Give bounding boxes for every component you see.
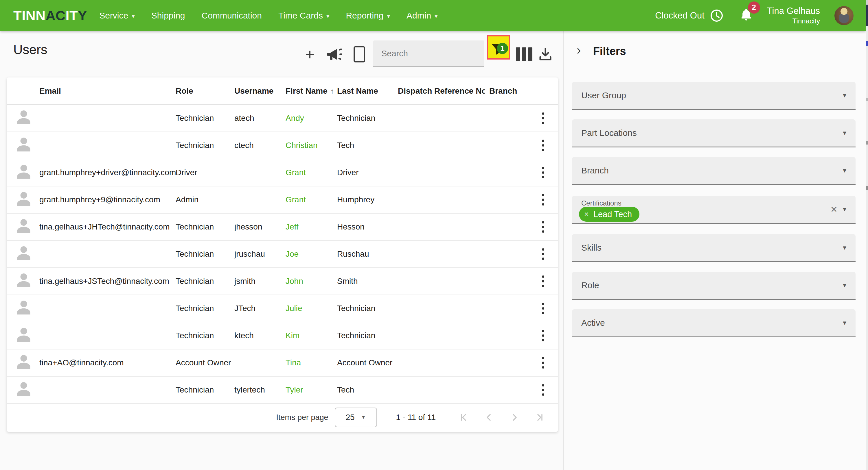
user-avatar-icon: [14, 108, 33, 127]
export-download-button[interactable]: [537, 46, 554, 63]
megaphone-icon: [326, 47, 343, 62]
select-mode-button[interactable]: [353, 46, 365, 62]
cell-first-name-link[interactable]: Christian: [286, 141, 337, 150]
cell-first-name-link[interactable]: Tina: [286, 358, 337, 367]
menu-item-reporting[interactable]: Reporting▾: [346, 11, 390, 21]
cell-first-name-link[interactable]: Andy: [286, 113, 337, 123]
previous-page-button[interactable]: [484, 412, 494, 423]
page-size-select[interactable]: 25 ▼: [335, 408, 377, 427]
cell-last-name: Tech: [337, 385, 398, 395]
clear-filter-icon[interactable]: ✕: [830, 196, 838, 223]
cell-first-name-link[interactable]: Grant: [286, 168, 337, 177]
cell-first-name-link[interactable]: Julie: [286, 304, 337, 313]
cell-email: tina+AO@tinnacity.com: [39, 358, 176, 367]
row-menu-button[interactable]: [538, 327, 548, 344]
column-header-role[interactable]: Role: [176, 87, 235, 96]
menu-item-admin[interactable]: Admin▾: [406, 11, 438, 21]
first-page-button[interactable]: [458, 412, 469, 423]
filter-field-skills[interactable]: Skills ▼: [572, 234, 856, 262]
cell-first-name-link[interactable]: Jeff: [286, 222, 337, 232]
filter-button-highlighted[interactable]: 1: [487, 35, 510, 60]
menu-item-service[interactable]: Service▾: [99, 11, 135, 21]
clock-status-button[interactable]: Clocked Out: [655, 9, 724, 23]
row-menu-button[interactable]: [538, 354, 548, 371]
filter-field-certifications[interactable]: Certifications × Lead Tech ✕ ▼: [572, 196, 856, 224]
filter-field-role[interactable]: Role ▼: [572, 272, 856, 300]
collapse-panel-chevron-icon[interactable]: ›: [577, 44, 581, 56]
filter-field-active[interactable]: Active ▼: [572, 309, 856, 337]
column-header-dispatch[interactable]: Dispatch Reference No: [398, 87, 485, 96]
table-row: tina.gelhaus+JHTech@tinnacity.com Techni…: [7, 213, 558, 241]
user-avatar[interactable]: [834, 6, 854, 25]
cell-last-name: Ruschau: [337, 249, 398, 259]
caret-down-icon: ▾: [327, 13, 330, 20]
current-user-info[interactable]: Tina Gelhaus Tinnacity: [767, 5, 820, 26]
last-page-button[interactable]: [535, 412, 545, 423]
select-arrow-icon: ▼: [842, 196, 847, 223]
user-avatar-icon: [14, 163, 33, 181]
select-arrow-icon: ▼: [842, 82, 847, 109]
cell-username: tylertech: [235, 385, 286, 395]
filter-field-branch[interactable]: Branch ▼: [572, 157, 856, 185]
cell-email: grant.humphrey+driver@tinnacity.com: [39, 168, 176, 177]
row-menu-button[interactable]: [538, 191, 548, 208]
cell-last-name: Smith: [337, 277, 398, 286]
menu-item-shipping[interactable]: Shipping: [151, 11, 185, 21]
add-user-button[interactable]: +: [302, 46, 318, 62]
user-company: Tinnacity: [767, 17, 820, 26]
table-row: Technician jruschau Joe Ruschau: [7, 241, 558, 268]
next-page-button[interactable]: [509, 412, 520, 423]
select-arrow-icon: ▼: [842, 309, 847, 336]
row-menu-button[interactable]: [538, 245, 548, 263]
filter-field-user-group[interactable]: User Group ▼: [572, 82, 856, 110]
cell-role: Admin: [176, 195, 235, 204]
announcement-button[interactable]: [326, 47, 343, 62]
cell-role: Technician: [176, 277, 235, 286]
user-avatar-icon: [14, 326, 33, 344]
cell-role: Technician: [176, 385, 235, 395]
row-menu-button[interactable]: [538, 381, 548, 399]
cell-last-name: Account Owner: [337, 358, 398, 367]
cell-role: Account Owner: [176, 358, 235, 367]
tinnacity-logo[interactable]: TINNACITY: [13, 7, 87, 24]
cell-role: Driver: [176, 168, 235, 177]
search-field: [373, 40, 484, 67]
user-avatar-icon: [14, 190, 33, 208]
cell-first-name-link[interactable]: Kim: [286, 331, 337, 340]
cell-role: Technician: [176, 141, 235, 150]
column-settings-button[interactable]: [515, 47, 533, 62]
menu-item-communication[interactable]: Communication: [202, 11, 262, 21]
certification-chip[interactable]: × Lead Tech: [579, 207, 640, 222]
cell-first-name-link[interactable]: Tyler: [286, 385, 337, 395]
table-row: grant.humphrey+driver@tinnacity.com Driv…: [7, 159, 558, 187]
user-avatar-icon: [14, 135, 33, 154]
chip-remove-icon[interactable]: ×: [584, 210, 589, 219]
cell-first-name-link[interactable]: Grant: [286, 195, 337, 204]
row-menu-button[interactable]: [538, 109, 548, 127]
notifications-button[interactable]: 2: [740, 8, 752, 24]
table-row: Technician tylertech Tyler Tech: [7, 377, 558, 404]
column-header-first-name[interactable]: First Name↑: [286, 87, 337, 96]
top-navbar: TINNACITY Service▾ Shipping Communicatio…: [0, 0, 866, 31]
pagination-range-label: 1 - 11 of 11: [396, 413, 436, 422]
column-header-last-name[interactable]: Last Name: [337, 87, 398, 96]
row-menu-button[interactable]: [538, 137, 548, 154]
user-avatar-icon: [14, 217, 33, 235]
filter-field-part-locations[interactable]: Part Locations ▼: [572, 120, 856, 147]
search-input[interactable]: [373, 40, 484, 66]
row-menu-button[interactable]: [538, 218, 548, 236]
cell-last-name: Technician: [337, 113, 398, 123]
row-menu-button[interactable]: [538, 273, 548, 290]
column-header-branch[interactable]: Branch: [485, 87, 528, 96]
row-menu-button[interactable]: [538, 164, 548, 181]
menu-item-time-cards[interactable]: Time Cards▾: [278, 11, 329, 21]
cell-role: Technician: [176, 331, 235, 340]
column-header-username[interactable]: Username: [235, 87, 286, 96]
cell-last-name: Tech: [337, 141, 398, 150]
table-row: tina+AO@tinnacity.com Account Owner Tina…: [7, 349, 558, 377]
table-header-row: Email Role Username First Name↑ Last Nam…: [7, 77, 558, 105]
cell-first-name-link[interactable]: Joe: [286, 249, 337, 259]
row-menu-button[interactable]: [538, 300, 548, 317]
column-header-email[interactable]: Email: [39, 87, 176, 96]
cell-first-name-link[interactable]: John: [286, 277, 337, 286]
